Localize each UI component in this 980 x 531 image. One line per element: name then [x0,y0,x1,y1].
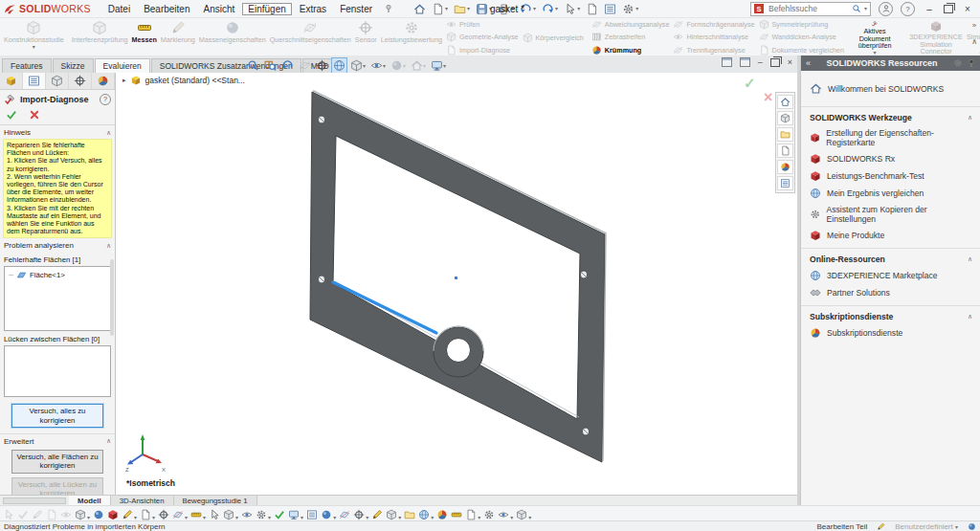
dropdown-caret-icon[interactable]: ▾ [87,515,90,520]
minimize-button[interactable]: – [923,4,936,14]
menu-extras[interactable]: Extras [294,3,332,15]
tool-eye-button[interactable]: ▾ [498,509,513,520]
dropdown-caret-icon[interactable]: ▾ [363,63,366,69]
ribbon-symmetriepr-fung[interactable]: Symmetrieprüfung [759,19,845,31]
tool-pointer-button[interactable] [209,509,220,520]
dropdown-caret-icon[interactable]: ▾ [533,6,536,11]
taskpane-link-assistent-zum-kopieren-der-einstellungen[interactable]: Assistent zum Kopieren der Einstellungen [801,202,980,227]
tool-doc-button[interactable]: ▾ [140,509,155,520]
search-dropdown-icon[interactable]: ▾ [864,6,867,11]
welcome-link[interactable]: Willkommen bei SOLIDWORKS [801,71,980,102]
panel-scrollbar[interactable] [110,259,114,336]
dropdown-caret-icon[interactable]: ▾ [301,515,303,520]
side-tab-list[interactable] [777,176,793,190]
tool-section-button[interactable] [339,509,350,520]
headsup-target-button[interactable] [314,57,330,74]
ribbon-formschr-genanalyse[interactable]: Formschrägenanalyse [673,19,754,31]
tool-folder-button[interactable] [404,509,415,520]
side-tab-folder[interactable] [777,127,793,142]
doc-window-icon[interactable] [722,57,732,67]
center-hole[interactable] [447,339,471,363]
tree-root-label[interactable]: gasket (Standard) <<Stan... [145,76,245,85]
ribbon-pr-fen[interactable]: Prüfen [446,19,519,31]
ribbon-wanddicken-analyse[interactable]: Wanddicken-Analyse [759,32,845,43]
tool-target-button[interactable]: ▾ [353,509,368,520]
ribbon-import-diagnose[interactable]: Import-Diagnose [446,44,519,55]
help-icon[interactable]: ? [901,2,915,16]
attempt-heal-all-button[interactable]: Versuch, alles zu korrigieren [11,404,103,428]
panel-tab-list[interactable] [23,73,46,89]
ribbon-geometrie-analyse[interactable]: Geometrie-Analyse [446,32,519,43]
tool-cube-button[interactable]: ▾ [516,509,531,520]
cancel-x-icon[interactable] [29,109,40,121]
feature-tree-root[interactable]: ▸ gasket (Standard) <<Stan... [122,75,245,86]
tool-check-button[interactable] [274,509,285,520]
tool-eye-button[interactable] [60,509,72,520]
headsup-globe-button[interactable] [331,57,347,74]
dropdown-caret-icon[interactable]: ▾ [383,63,386,69]
collapse-caret-icon[interactable]: ∧ [106,437,111,445]
dropdown-caret-icon[interactable]: ▾ [398,515,401,520]
tool-gear-button[interactable] [483,509,495,520]
gasket-3d-model[interactable] [116,73,797,495]
tool-cube-button[interactable]: ▾ [386,509,401,520]
task-pane-options-gear-icon[interactable] [953,58,963,68]
tool-doc-button[interactable]: ▾ [465,509,480,520]
headsup-home-button[interactable]: ▾ [409,57,428,74]
sketch-point[interactable] [455,277,457,279]
search-icon[interactable] [852,4,861,13]
tool-ruler-button[interactable] [451,509,462,520]
side-tab-home[interactable] [777,95,793,109]
dropdown-caret-icon[interactable]: ▾ [467,6,470,11]
panel-tab-cube[interactable] [46,73,69,89]
doc-tab-scrollbar[interactable] [3,498,66,504]
tool-sphere-button[interactable] [93,509,104,520]
collapse-caret-icon[interactable]: ∧ [106,242,111,250]
task-pane-pin-icon[interactable] [967,58,976,68]
tree-expander-icon[interactable]: ▸ [122,77,126,84]
dropdown-caret-icon[interactable]: ▾ [185,515,188,520]
dropdown-caret-icon[interactable]: ▾ [152,515,155,520]
collapse-caret-icon[interactable]: ∧ [968,313,972,321]
dropdown-caret-icon[interactable]: ▾ [511,6,514,11]
qat-folder-button[interactable]: ▾ [453,2,471,16]
tab-skizze[interactable]: Skizze [53,58,94,73]
tab-features[interactable]: Features [2,58,52,73]
menu-bearbeiten[interactable]: Bearbeiten [138,3,195,15]
dropdown-caret-icon[interactable]: ▾ [403,63,406,69]
restore-button[interactable] [944,5,953,13]
taskpane-link-meine-produkte[interactable]: Meine Produkte [801,227,980,244]
pin-menubar-icon[interactable] [384,4,393,13]
qat-home-button[interactable] [412,2,427,16]
confirm-check-icon[interactable] [6,109,17,121]
ribbon-leistungsbewertung[interactable]: Leistungsbewertung [379,18,444,56]
panel-tab-target[interactable] [69,73,92,89]
headsup-monitor-button[interactable]: ▾ [429,57,448,74]
tool-sphere-button[interactable]: ▾ [321,509,336,520]
dropdown-caret-icon[interactable]: ▾ [478,515,480,520]
tool-pencil-button[interactable] [32,509,43,520]
side-tab-cube[interactable] [777,111,793,125]
search-input[interactable] [767,3,849,14]
tool-pencil-button[interactable] [371,509,383,520]
menu-einf-gen[interactable]: Einfügen [242,3,291,15]
dropdown-caret-icon[interactable]: ▾ [443,63,446,69]
side-tab-doc[interactable] [777,144,793,158]
tool-eye-button[interactable] [241,509,253,520]
taskpane-section-subskriptionsdienste[interactable]: Subskriptionsdienste∧ [801,305,980,324]
taskpane-section-online-ressourcen[interactable]: Online-Ressourcen∧ [801,248,980,267]
ribbon-trennfugenanalyse[interactable]: Trennfugenanalyse [673,44,754,55]
advanced-section-header[interactable]: Erweitert ∧ [0,433,115,448]
headsup-undo-button[interactable] [279,57,296,74]
faulty-face-item[interactable]: ─Fläche<1> [5,267,110,280]
taskpane-link-leistungs-benchmark-test[interactable]: Leistungs-Benchmark-Test [801,167,980,185]
headsup-section-button[interactable] [297,57,313,74]
dropdown-caret-icon[interactable]: ▾ [423,63,426,69]
dropdown-caret-icon[interactable]: ▾ [366,515,368,520]
qat-redo-button[interactable]: ▾ [541,2,559,16]
doc-minimize-icon[interactable]: – [758,58,763,67]
tool-check-button[interactable] [17,509,29,520]
hinweis-section-header[interactable]: Hinweis ∧ [0,125,115,139]
qat-printer-button[interactable]: ▾ [497,2,515,16]
dropdown-caret-icon[interactable]: ▾ [203,515,206,520]
